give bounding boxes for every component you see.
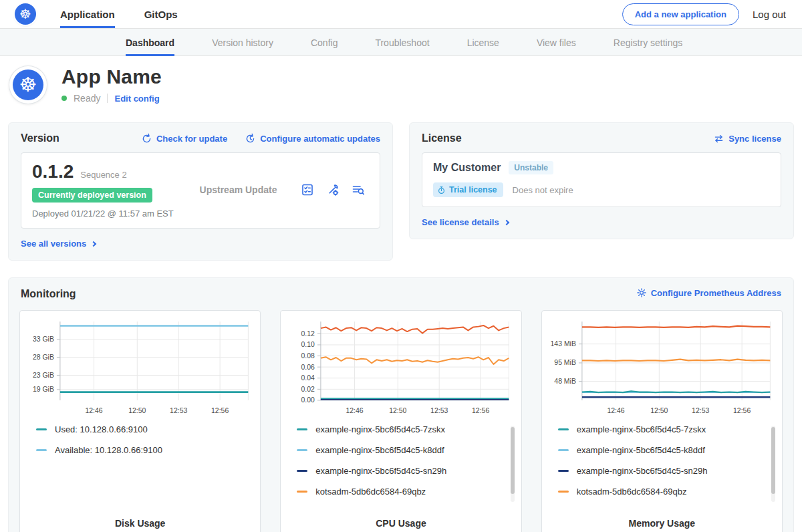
add-application-button[interactable]: Add a new application [622,3,739,25]
view-logs-icon[interactable] [352,183,365,196]
svg-text:12:56: 12:56 [472,407,489,414]
legend-swatch-icon [297,470,307,472]
svg-text:0.04: 0.04 [301,374,315,382]
svg-text:0.06: 0.06 [301,364,315,371]
sync-arrows-icon [713,133,724,144]
license-expiry: Does not expire [513,185,573,195]
check-for-update-link[interactable]: Check for update [141,133,227,144]
version-sequence: Sequence 2 [80,170,126,180]
deployed-badge: Currently deployed version [32,188,152,203]
legend-item: kotsadm-5db6dc6584-69qbz [558,487,775,497]
legend-label: kotsadm-5db6dc6584-69qbz [315,487,426,497]
refresh-icon [141,133,152,144]
version-number: 0.1.2 [32,161,74,182]
svg-text:12:50: 12:50 [650,407,668,414]
tab-config[interactable]: Config [311,29,338,56]
kubernetes-helm-icon: ☸ [13,70,43,100]
page-title: App Name [61,65,162,88]
svg-text:33 GiB: 33 GiB [33,336,54,343]
legend-label: kotsadm-5db6dc6584-69qbz [577,487,687,497]
legend-scrollbar-thumb[interactable] [511,427,515,494]
legend-label: example-nginx-5bc6f5d4c5-7zskx [315,424,445,434]
legend-item: example-nginx-5bc6f5d4c5-7zskx [297,424,514,434]
tab-dashboard[interactable]: Dashboard [126,29,174,56]
tab-troubleshoot[interactable]: Troubleshoot [375,29,429,56]
legend-item: example-nginx-5bc6f5d4c5-k8ddf [297,445,514,455]
legend-swatch-icon [36,449,47,451]
svg-text:143 MiB: 143 MiB [550,340,575,348]
app-subnav: Dashboard Version history Config Trouble… [0,28,802,56]
chart-title: Memory Usage [549,518,775,530]
svg-text:12:46: 12:46 [607,407,624,414]
svg-text:19 GiB: 19 GiB [33,386,54,393]
monitoring-card: Monitoring Configure Prometheus Address … [8,277,794,532]
chart-title: CPU Usage [287,518,514,530]
legend-label: example-nginx-5bc6f5d4c5-sn29h [577,466,708,476]
tab-registry-settings[interactable]: Registry settings [614,29,682,56]
tab-license[interactable]: License [467,29,499,56]
sync-license-link[interactable]: Sync license [713,133,781,144]
tab-application[interactable]: Application [60,0,115,28]
tab-version-history[interactable]: Version history [212,29,273,56]
configure-automatic-updates-link[interactable]: Configure automatic updates [245,133,380,144]
divider [107,94,108,103]
stopwatch-icon [437,186,446,194]
trial-license-badge: Trial license [433,182,503,197]
memory-usage-legend: example-nginx-5bc6f5d4c5-7zskxexample-ng… [549,424,775,518]
memory-usage-panel: 48 MiB95 MiB143 MiB12:4612:5012:5312:56 … [541,310,783,532]
legend-label: Used: 10.128.0.66:9100 [55,424,148,434]
svg-text:12:50: 12:50 [128,407,146,414]
see-all-versions-link[interactable]: See all versions [21,239,96,249]
configure-prometheus-link[interactable]: Configure Prometheus Address [636,287,781,298]
legend-scrollbar [771,426,775,502]
legend-swatch-icon [297,428,307,430]
chevron-right-icon [503,219,509,225]
legend-item: kotsadm-5db6dc6584-69qbz [297,487,514,497]
version-card-title: Version [21,132,59,144]
tab-gitops[interactable]: GitOps [144,0,178,28]
license-card-title: License [422,132,462,144]
legend-item: example-nginx-5bc6f5d4c5-k8ddf [558,445,775,455]
chart-title: Disk Usage [27,518,253,530]
svg-text:12:53: 12:53 [170,407,187,414]
legend-swatch-icon [558,470,569,472]
legend-label: Available: 10.128.0.66:9100 [55,445,162,455]
monitoring-title: Monitoring [21,288,76,300]
config-wrench-icon[interactable] [326,183,340,196]
logout-button[interactable]: Log out [753,9,786,20]
legend-swatch-icon [297,449,307,451]
svg-text:12:53: 12:53 [692,407,709,414]
legend-label: example-nginx-5bc6f5d4c5-k8ddf [577,445,705,455]
svg-text:12:50: 12:50 [390,407,407,414]
legend-label: example-nginx-5bc6f5d4c5-sn29h [315,466,446,476]
svg-text:12:46: 12:46 [346,407,364,414]
legend-swatch-icon [558,491,569,493]
preflight-checklist-icon[interactable] [301,183,314,196]
current-version-panel: 0.1.2 Sequence 2 Currently deployed vers… [21,152,380,229]
svg-text:95 MiB: 95 MiB [554,359,576,366]
status-text: Ready [74,93,100,104]
app-icon: ☸ [9,66,47,104]
tab-view-files[interactable]: View files [537,29,576,56]
cpu-usage-panel: 0.000.020.040.060.080.100.1212:4612:5012… [280,310,521,532]
svg-text:0.12: 0.12 [301,330,315,338]
chevron-right-icon [91,241,96,246]
legend-scrollbar-thumb[interactable] [771,427,775,494]
disk-usage-legend: Used: 10.128.0.66:9100Available: 10.128.… [27,424,253,518]
version-source: Upstream Update [176,184,301,195]
legend-label: example-nginx-5bc6f5d4c5-7zskx [577,424,706,434]
memory-usage-chart: 48 MiB95 MiB143 MiB12:4612:5012:5312:56 [549,316,775,418]
legend-item: example-nginx-5bc6f5d4c5-sn29h [558,466,775,476]
svg-text:12:56: 12:56 [733,407,751,414]
svg-text:28 GiB: 28 GiB [33,354,54,361]
legend-item: example-nginx-5bc6f5d4c5-sn29h [297,466,514,476]
kubernetes-logo-icon: ☸ [15,3,36,25]
clock-refresh-icon [245,133,256,144]
svg-text:0.10: 0.10 [301,341,315,348]
see-license-details-link[interactable]: See license details [422,217,509,227]
edit-config-link[interactable]: Edit config [114,94,159,104]
deployed-timestamp: Deployed 01/21/22 @ 11:57 am EST [32,209,176,219]
disk-usage-chart: 19 GiB23 GiB28 GiB33 GiB12:4612:5012:531… [27,316,253,418]
top-navbar: ☸ Application GitOps Add a new applicati… [0,0,802,28]
svg-text:12:53: 12:53 [430,407,448,414]
